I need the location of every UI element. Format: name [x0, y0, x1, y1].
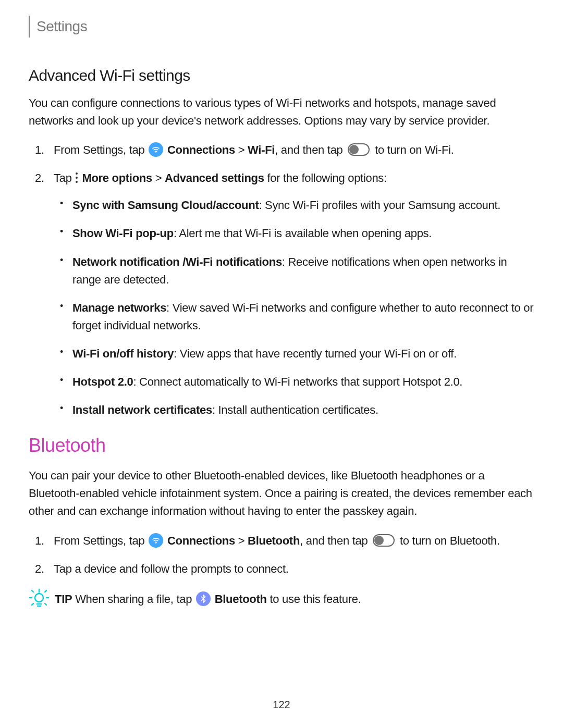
step2-sep: > [152, 171, 165, 184]
bullet-hotspot: Hotspot 2.0: Connect automatically to Wi… [72, 373, 534, 391]
svg-line-6 [32, 590, 33, 592]
bt-step1-sep: > [235, 534, 248, 547]
tip-text-a: When sharing a file, tap [72, 593, 195, 606]
bullet-hotspot-rest: : Connect automatically to Wi-Fi network… [133, 375, 463, 388]
tip-content: TIP When sharing a file, tap Bluetooth t… [55, 590, 361, 608]
page-header-tab: Settings [29, 16, 534, 38]
bullet-sync-rest: : Sync Wi-Fi profiles with your Samsung … [259, 199, 500, 212]
bullet-history-bold: Wi-Fi on/off history [72, 347, 174, 360]
bullet-sync: Sync with Samsung Cloud/account: Sync Wi… [72, 196, 534, 214]
tip-bluetooth: Bluetooth [215, 593, 267, 606]
step1-sep: > [235, 143, 248, 156]
step2-text-a: Tap [54, 171, 75, 184]
toggle-icon [348, 143, 370, 156]
section-title-bluetooth: Bluetooth [29, 431, 534, 460]
section-title-advanced-wifi: Advanced Wi-Fi settings [29, 64, 534, 87]
section1-step-2: Tap More options > Advanced settings for… [54, 169, 534, 419]
bt-step1-text-f: to turn on Bluetooth. [397, 534, 500, 547]
section2-intro: You can pair your device to other Blueto… [29, 467, 534, 520]
svg-line-7 [45, 590, 46, 592]
bullet-manage-bold: Manage networks [72, 301, 166, 314]
section2-step-2: Tap a device and follow the prompts to c… [54, 560, 534, 578]
bullet-notif-bold: Network notification /Wi-Fi notification… [72, 255, 282, 268]
tip-text-c: to use this feature. [267, 593, 361, 606]
bullet-cert-rest: : Install authentication certificates. [212, 403, 378, 416]
step2-text-e: for the following options: [264, 171, 387, 184]
lightbulb-icon [29, 588, 50, 609]
section2-steps: From Settings, tap Connections > Bluetoo… [54, 532, 534, 578]
section1-sublist: Sync with Samsung Cloud/account: Sync Wi… [72, 196, 534, 419]
header-tab-text: Settings [36, 18, 87, 34]
section2-step-1: From Settings, tap Connections > Bluetoo… [54, 532, 534, 550]
svg-point-0 [155, 153, 156, 154]
bullet-notif: Network notification /Wi-Fi notification… [72, 253, 534, 289]
svg-line-8 [32, 603, 33, 605]
section1-steps: From Settings, tap Connections > Wi-Fi, … [54, 141, 534, 419]
bullet-popup-rest: : Alert me that Wi-Fi is available when … [174, 227, 432, 240]
step2-adv-settings: Advanced settings [165, 171, 264, 184]
bullet-history-rest: : View apps that have recently turned yo… [174, 347, 457, 360]
wifi-icon [149, 533, 163, 548]
step1-text-a: From Settings, tap [54, 143, 148, 156]
bullet-popup: Show Wi-Fi pop-up: Alert me that Wi-Fi i… [72, 225, 534, 242]
bluetooth-icon [196, 591, 211, 606]
step2-more-options: More options [82, 171, 152, 184]
bullet-history: Wi-Fi on/off history: View apps that hav… [72, 345, 534, 363]
step1-text-e: , and then tap [275, 143, 346, 156]
svg-point-2 [35, 594, 43, 602]
bullet-cert-bold: Install network certificates [72, 403, 212, 416]
section1-step-1: From Settings, tap Connections > Wi-Fi, … [54, 141, 534, 159]
page-number: 122 [0, 697, 563, 712]
bullet-cert: Install network certificates: Install au… [72, 401, 534, 419]
section1-intro: You can configure connections to various… [29, 94, 534, 130]
bt-step2-text: Tap a device and follow the prompts to c… [54, 562, 289, 575]
step1-wifi: Wi-Fi [248, 143, 275, 156]
bt-step1-bluetooth: Bluetooth [248, 534, 300, 547]
step1-connections: Connections [167, 143, 235, 156]
bullet-popup-bold: Show Wi-Fi pop-up [72, 227, 174, 240]
bt-step1-text-a: From Settings, tap [54, 534, 148, 547]
svg-line-9 [45, 603, 46, 605]
step1-text-f: to turn on Wi-Fi. [372, 143, 454, 156]
svg-point-1 [155, 543, 156, 544]
bullet-manage: Manage networks: View saved Wi-Fi networ… [72, 299, 534, 335]
bullet-sync-bold: Sync with Samsung Cloud/account [72, 199, 259, 212]
tip-label: TIP [55, 593, 72, 606]
bt-step1-text-e: , and then tap [300, 534, 371, 547]
more-options-icon [76, 172, 79, 183]
bullet-hotspot-bold: Hotspot 2.0 [72, 375, 133, 388]
tip-row: TIP When sharing a file, tap Bluetooth t… [29, 590, 534, 609]
toggle-icon [373, 534, 395, 547]
wifi-icon [149, 142, 163, 157]
bt-step1-connections: Connections [167, 534, 235, 547]
